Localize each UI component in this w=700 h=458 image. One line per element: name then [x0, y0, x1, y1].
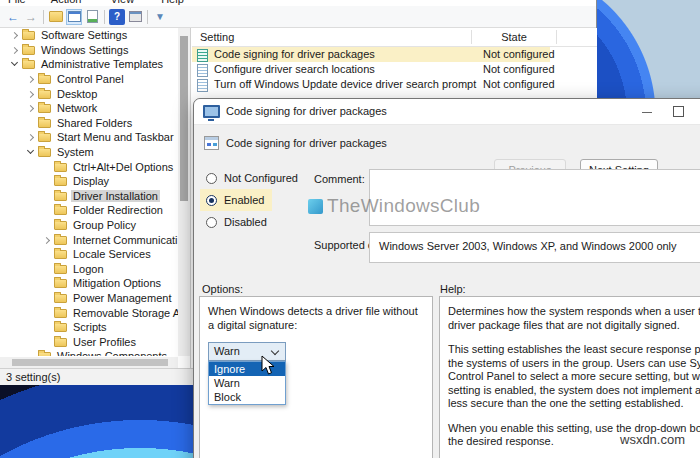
no-chevron: [42, 293, 52, 303]
folder-icon: [54, 206, 67, 215]
status-text: 3 setting(s): [6, 371, 60, 383]
dialog-header: Code signing for driver packages Previou…: [194, 125, 700, 169]
help-line: Control Panel to select a more secure se…: [448, 370, 700, 384]
menu-file[interactable]: File: [8, 0, 26, 5]
folder-icon: [38, 90, 51, 99]
tree-item[interactable]: Windows Components: [0, 349, 178, 356]
help-paragraph: This setting establishes the least secur…: [448, 343, 700, 411]
no-chevron: [42, 205, 52, 215]
menu-help[interactable]: Help: [161, 0, 184, 5]
tree-item[interactable]: System: [0, 145, 178, 160]
scrollbar-thumb[interactable]: [180, 36, 188, 201]
tree-item-label: Folder Redirection: [71, 204, 165, 216]
setting-name: Turn off Windows Update device driver se…: [214, 77, 476, 92]
tree-item[interactable]: Removable Storage Ac: [0, 305, 178, 320]
watermark-center: TheWindowsClub: [308, 195, 480, 217]
radio-enabled[interactable]: Enabled: [200, 189, 272, 211]
tree-item-label: Control Panel: [55, 73, 126, 85]
help-label: Help:: [440, 283, 466, 295]
help-line: This setting establishes the least secur…: [448, 343, 700, 357]
help-line: setting is enabled, the system does not …: [448, 384, 700, 398]
menu-action[interactable]: Action: [51, 0, 82, 5]
chevron-right-icon[interactable]: [26, 103, 36, 113]
folder-icon: [38, 119, 51, 128]
folder-icon: [54, 236, 67, 245]
dialog-title-bar: Code signing for driver packages: [194, 99, 700, 125]
tree-item[interactable]: Ctrl+Alt+Del Options: [0, 159, 178, 174]
tree-item[interactable]: Group Policy: [0, 218, 178, 233]
toolbar-separator: [147, 10, 148, 24]
tree-vertical-scrollbar[interactable]: [178, 28, 190, 356]
tree-item[interactable]: Windows Settings: [0, 43, 178, 58]
back-icon[interactable]: ←: [5, 9, 21, 25]
tree-item[interactable]: Software Settings: [0, 28, 178, 43]
screen: File Action View Help ←→?▼ Software Sett…: [0, 0, 700, 458]
settings-row[interactable]: Code signing for driver packagesNot conf…: [192, 47, 550, 62]
policy-name: Code signing for driver packages: [226, 137, 387, 149]
tree-item[interactable]: Control Panel: [0, 72, 178, 87]
policy-icon: [197, 64, 208, 77]
maximize-icon[interactable]: [673, 106, 684, 117]
chevron-down-icon[interactable]: [10, 59, 20, 69]
tree-item[interactable]: Desktop: [0, 86, 178, 101]
tree-item[interactable]: Administrative Templates: [0, 57, 178, 72]
dropdown-option[interactable]: Warn: [209, 376, 285, 390]
chevron-right-icon[interactable]: [42, 235, 52, 245]
filter-icon[interactable]: ▼: [152, 9, 168, 25]
tree-item[interactable]: Internet Communicati: [0, 232, 178, 247]
supported-on-value: Windows Server 2003, Windows XP, and Win…: [369, 232, 700, 263]
dropdown-prompt: When Windows detects a driver file witho…: [208, 304, 422, 332]
scrollbar-thumb[interactable]: [12, 359, 168, 366]
tree-horizontal-scrollbar[interactable]: [0, 357, 178, 368]
tree-item[interactable]: Locale Services: [0, 247, 178, 262]
no-chevron: [42, 191, 52, 201]
radio-disabled[interactable]: Disabled: [200, 211, 275, 233]
chevron-right-icon[interactable]: [26, 89, 36, 99]
tree-item[interactable]: Power Management: [0, 291, 178, 306]
column-header-state[interactable]: State: [472, 31, 556, 43]
tree-item[interactable]: Driver Installation: [0, 189, 178, 204]
tree-item[interactable]: Shared Folders: [0, 116, 178, 131]
dialog-title: Code signing for driver packages: [226, 105, 387, 117]
tree-item[interactable]: Scripts: [0, 320, 178, 335]
menu-view[interactable]: View: [110, 0, 134, 5]
folder-icon: [54, 265, 67, 274]
pane-splitter[interactable]: [190, 28, 191, 368]
tree-item[interactable]: Network: [0, 101, 178, 116]
chevron-right-icon[interactable]: [26, 74, 36, 84]
folder-icon: [54, 323, 67, 332]
folder-icon: [38, 75, 51, 84]
tree-item-label: Logon: [71, 263, 106, 275]
help-line: less secure than the one the setting est…: [448, 397, 700, 411]
console-window-icon[interactable]: [127, 9, 143, 25]
settings-row[interactable]: Turn off Windows Update device driver se…: [192, 77, 550, 92]
settings-row[interactable]: Configure driver search locationsNot con…: [192, 62, 550, 77]
up-folder-icon[interactable]: [48, 9, 64, 25]
tree-item[interactable]: Mitigation Options: [0, 276, 178, 291]
tree-item-label: User Profiles: [71, 336, 138, 348]
help-icon[interactable]: ?: [109, 9, 125, 25]
tree-item[interactable]: User Profiles: [0, 334, 178, 349]
tree-item[interactable]: Start Menu and Taskbar: [0, 130, 178, 145]
tree-item[interactable]: Display: [0, 174, 178, 189]
folder-icon: [38, 352, 51, 356]
column-header-setting[interactable]: Setting: [200, 31, 234, 43]
show-console-tree-icon[interactable]: [66, 9, 82, 25]
radio-not-configured[interactable]: Not Configured: [200, 167, 306, 189]
export-list-icon[interactable]: [84, 9, 100, 25]
minimize-icon[interactable]: [642, 112, 652, 113]
tree-item[interactable]: Logon: [0, 262, 178, 277]
folder-icon: [22, 46, 35, 55]
tree-item-label: Desktop: [55, 88, 99, 100]
chevron-right-icon[interactable]: [10, 45, 20, 55]
radio-label: Disabled: [224, 216, 267, 228]
dropdown-option[interactable]: Block: [209, 390, 285, 404]
tree-item[interactable]: Folder Redirection: [0, 203, 178, 218]
chevron-right-icon[interactable]: [26, 132, 36, 142]
forward-icon[interactable]: →: [23, 9, 39, 25]
chevron-down-icon[interactable]: [26, 147, 36, 157]
folder-icon: [54, 163, 67, 172]
column-divider[interactable]: [556, 30, 557, 44]
chevron-right-icon[interactable]: [10, 30, 20, 40]
no-chevron: [26, 351, 36, 356]
